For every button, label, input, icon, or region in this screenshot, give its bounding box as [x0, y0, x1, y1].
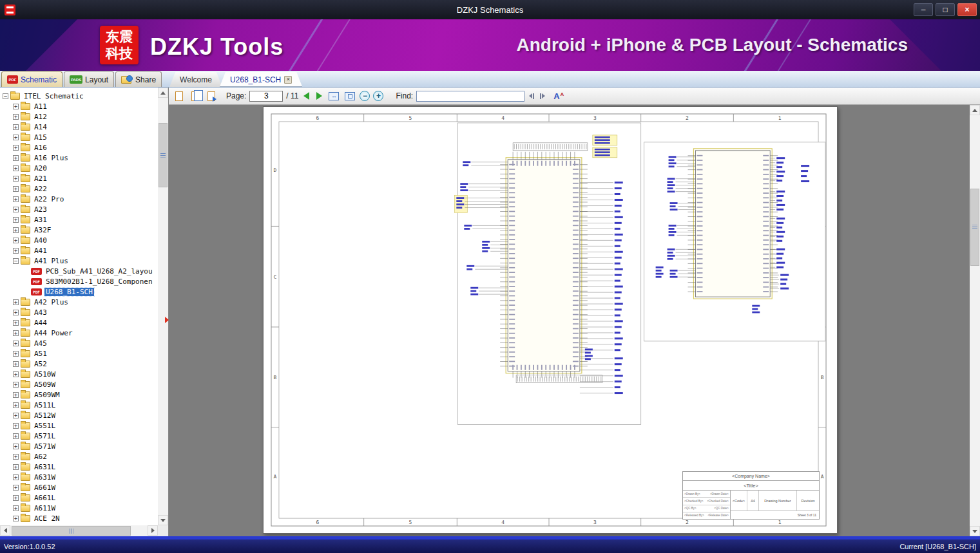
- expand-icon[interactable]: +: [13, 423, 19, 429]
- expand-icon[interactable]: +: [13, 382, 19, 388]
- multi-page-icon[interactable]: [189, 89, 202, 102]
- tree-horizontal-scrollbar[interactable]: [0, 525, 158, 536]
- tab-layout[interactable]: PADS Layout: [64, 71, 114, 87]
- scroll-left-arrow[interactable]: [0, 525, 10, 536]
- single-page-icon[interactable]: [173, 89, 186, 102]
- expand-icon[interactable]: +: [13, 464, 19, 470]
- tree-item-folder[interactable]: +A16 Plus: [0, 153, 158, 163]
- expand-icon[interactable]: +: [13, 155, 19, 161]
- expand-icon[interactable]: +: [13, 474, 19, 480]
- tree-item-folder[interactable]: +A551L: [0, 420, 158, 431]
- tab-schematic[interactable]: PDF Schematic: [1, 71, 62, 87]
- font-size-icon[interactable]: AA: [553, 91, 564, 101]
- tree-item-folder[interactable]: +A51: [0, 348, 158, 359]
- expand-icon[interactable]: +: [13, 413, 19, 418]
- viewer-vertical-scrollbar[interactable]: [970, 105, 980, 536]
- tree-vertical-scrollbar[interactable]: [158, 88, 168, 525]
- fit-page-icon[interactable]: [343, 89, 356, 102]
- expand-icon[interactable]: +: [13, 495, 19, 501]
- previous-page-icon[interactable]: [303, 92, 309, 100]
- expand-icon[interactable]: +: [13, 165, 19, 171]
- zoom-in-icon[interactable]: +: [373, 91, 383, 101]
- tree-item-folder[interactable]: +A509WM: [0, 389, 158, 400]
- expand-icon[interactable]: +: [13, 330, 19, 336]
- tree-item-folder[interactable]: +A512W: [0, 410, 158, 420]
- close-button[interactable]: ×: [957, 3, 977, 16]
- tree-item-folder[interactable]: +A20: [0, 163, 158, 173]
- expand-icon[interactable]: +: [13, 433, 19, 439]
- expand-icon[interactable]: +: [13, 238, 19, 243]
- tree-item-folder[interactable]: +A43: [0, 307, 158, 317]
- fit-width-icon[interactable]: ↔: [327, 89, 340, 102]
- scrollbar-thumb[interactable]: [159, 123, 168, 187]
- expand-icon[interactable]: +: [13, 104, 19, 109]
- tree-item-folder[interactable]: +A52: [0, 359, 158, 369]
- tree-item-folder[interactable]: +A40: [0, 235, 158, 245]
- tree-item-folder[interactable]: +A31: [0, 214, 158, 225]
- expand-icon[interactable]: +: [13, 248, 19, 254]
- scrollbar-thumb[interactable]: [970, 189, 979, 266]
- tree-item-folder[interactable]: +A44 Power: [0, 328, 158, 338]
- expand-icon[interactable]: +: [13, 454, 19, 460]
- collapse-icon[interactable]: −: [13, 258, 19, 264]
- tree-item-folder[interactable]: +A631L: [0, 462, 158, 472]
- tree-item-folder[interactable]: −ITEL Schematic: [0, 91, 158, 101]
- scrollbar-thumb[interactable]: [12, 526, 131, 536]
- scroll-right-arrow[interactable]: [148, 525, 158, 536]
- expand-icon[interactable]: +: [13, 341, 19, 346]
- doc-tab-welcome[interactable]: Welcome: [169, 72, 222, 87]
- find-input[interactable]: [416, 91, 524, 102]
- tree-item-folder[interactable]: +A661L: [0, 492, 158, 503]
- maximize-button[interactable]: □: [936, 3, 955, 16]
- expand-icon[interactable]: +: [13, 351, 19, 357]
- expand-icon[interactable]: +: [13, 310, 19, 315]
- tree-item-pdf[interactable]: PDFPCB_Sub_A41_U268_A2_layou: [0, 266, 158, 276]
- tree-item-folder[interactable]: +A41: [0, 245, 158, 256]
- tab-share[interactable]: Share: [115, 71, 162, 87]
- expand-icon[interactable]: +: [13, 320, 19, 326]
- tree-item-folder[interactable]: +A23: [0, 204, 158, 214]
- find-previous-icon[interactable]: [529, 93, 534, 99]
- tree-item-folder[interactable]: +A42 Plus: [0, 297, 158, 307]
- expand-icon[interactable]: +: [13, 145, 19, 151]
- find-next-icon[interactable]: [540, 93, 545, 99]
- expand-icon[interactable]: +: [13, 444, 19, 449]
- tree-item-folder[interactable]: +A22 Pro: [0, 194, 158, 204]
- minimize-button[interactable]: –: [914, 3, 933, 16]
- collapse-icon[interactable]: −: [3, 93, 8, 99]
- expand-icon[interactable]: +: [13, 371, 19, 377]
- expand-icon[interactable]: +: [13, 402, 19, 408]
- tree-item-pdf[interactable]: PDFS83M002B1-1_U268_Componen: [0, 276, 158, 286]
- tree-item-folder[interactable]: +A571W: [0, 441, 158, 451]
- doc-tab-document[interactable]: U268_B1-SCH ×: [220, 72, 302, 87]
- expand-icon[interactable]: +: [13, 114, 19, 120]
- tree-item-folder[interactable]: +A509W: [0, 379, 158, 389]
- expand-icon[interactable]: +: [13, 485, 19, 491]
- tree-item-folder[interactable]: +A22: [0, 183, 158, 194]
- expand-icon[interactable]: +: [13, 186, 19, 192]
- expand-icon[interactable]: +: [13, 207, 19, 212]
- expand-icon[interactable]: +: [13, 135, 19, 140]
- tree-item-folder[interactable]: +A661W: [0, 482, 158, 492]
- tree-item-folder[interactable]: +A510W: [0, 369, 158, 379]
- tree-item-folder[interactable]: +A44: [0, 317, 158, 328]
- scroll-up-arrow[interactable]: [158, 88, 168, 98]
- tree-item-folder[interactable]: +A12: [0, 111, 158, 122]
- expand-icon[interactable]: +: [13, 176, 19, 182]
- tree-item-folder[interactable]: +A32F: [0, 225, 158, 235]
- scroll-up-arrow[interactable]: [970, 105, 980, 115]
- document-canvas[interactable]: 665544332211DDCCBBAA <Company Name> <Tit…: [169, 105, 980, 536]
- scroll-down-arrow[interactable]: [158, 515, 168, 525]
- expand-icon[interactable]: +: [13, 299, 19, 305]
- expand-icon[interactable]: +: [13, 361, 19, 367]
- tree-item-folder[interactable]: +A45: [0, 338, 158, 348]
- tab-close-icon[interactable]: ×: [284, 76, 292, 84]
- tree-item-pdf[interactable]: PDFU268_B1-SCH: [0, 286, 158, 297]
- tree-item-folder[interactable]: +A611W: [0, 503, 158, 513]
- tree-item-folder[interactable]: +A631W: [0, 472, 158, 482]
- page-number-input[interactable]: [249, 91, 283, 102]
- expand-icon[interactable]: +: [13, 124, 19, 130]
- tree-item-folder[interactable]: +ACE 2N: [0, 513, 158, 523]
- expand-icon[interactable]: +: [13, 516, 19, 521]
- next-page-icon[interactable]: [316, 92, 322, 100]
